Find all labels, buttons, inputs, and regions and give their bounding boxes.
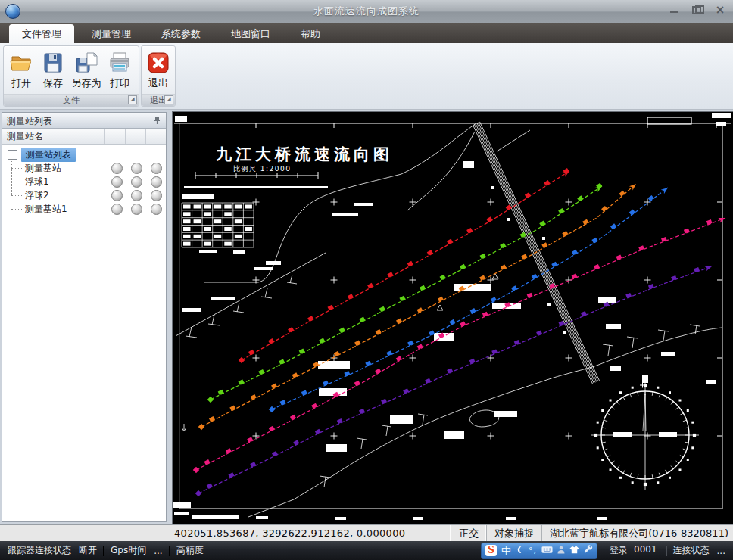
grid-cross bbox=[331, 277, 338, 284]
save-floppy-icon bbox=[41, 51, 65, 75]
close-button[interactable]: × bbox=[715, 5, 725, 14]
grid-cross bbox=[331, 433, 338, 440]
flow-line-purple bbox=[198, 266, 712, 493]
wrench-icon[interactable] bbox=[584, 545, 593, 556]
flow-start-orange bbox=[198, 424, 204, 430]
restore-button[interactable] bbox=[692, 5, 703, 14]
tab-help[interactable]: 帮助 bbox=[288, 24, 333, 43]
keyboard-icon[interactable] bbox=[541, 546, 553, 556]
coordinate-bar: 402051.853687, 3292622.912162, 0.000000 … bbox=[0, 524, 733, 541]
status-sphere bbox=[131, 204, 142, 215]
cad-canvas[interactable]: 九江大桥流速流向图 比例尺 1:2000 bbox=[172, 111, 733, 524]
skin-shirt-icon[interactable] bbox=[569, 546, 579, 556]
tab-measure[interactable]: 测量管理 bbox=[79, 24, 144, 43]
tree-row-station[interactable]: 测量基站 bbox=[2, 161, 166, 175]
grid-cross bbox=[566, 199, 572, 206]
status-sphere bbox=[131, 163, 142, 174]
grid-cross bbox=[331, 199, 338, 206]
flow-start-purple bbox=[195, 490, 201, 496]
grid-cross bbox=[644, 277, 651, 284]
tree-row-station[interactable]: 测量基站1 bbox=[2, 202, 166, 216]
grid-cross bbox=[253, 433, 260, 440]
station-grid-header: 测量站名 bbox=[2, 129, 166, 145]
data-table-grid bbox=[182, 203, 254, 247]
exit-icon bbox=[146, 51, 170, 75]
connection-status-label: 连接状态 bbox=[669, 544, 713, 557]
tree-root-row[interactable]: 测量站列表 bbox=[2, 148, 166, 161]
pin-icon[interactable] bbox=[153, 116, 161, 125]
grid-cross bbox=[253, 355, 260, 362]
moon-icon[interactable] bbox=[516, 546, 524, 556]
tree-root-label[interactable]: 测量站列表 bbox=[21, 148, 76, 162]
tree-row-station[interactable]: 浮球2 bbox=[2, 188, 166, 202]
status-sphere bbox=[111, 176, 123, 188]
user-icon[interactable] bbox=[557, 546, 565, 556]
tab-map-window[interactable]: 地图窗口 bbox=[218, 24, 283, 43]
grid-cross bbox=[410, 199, 416, 206]
save-as-icon bbox=[74, 51, 98, 75]
ribbon-group-exit: 退出 退出 ◢ bbox=[141, 45, 176, 107]
status-sphere bbox=[131, 190, 142, 201]
flow-line-orange bbox=[201, 184, 636, 427]
grid-cross bbox=[566, 433, 572, 440]
flow-arrow-blue bbox=[661, 185, 669, 194]
flow-arrow-purple bbox=[704, 264, 713, 272]
flow-line-green bbox=[211, 186, 602, 400]
osnap-toggle[interactable]: 对象捕捉 bbox=[486, 525, 541, 541]
grid-cross bbox=[644, 355, 651, 362]
flow-start-red bbox=[239, 357, 245, 363]
cad-drawing: 九江大桥流速流向图 比例尺 1:2000 bbox=[173, 112, 733, 524]
minimize-button[interactable] bbox=[669, 5, 680, 14]
status-sphere bbox=[151, 176, 162, 188]
save-button[interactable]: 保存 bbox=[37, 49, 69, 89]
shorelines bbox=[176, 123, 722, 517]
cad-dynamic-layer bbox=[182, 168, 726, 496]
scale-bars bbox=[184, 172, 328, 187]
ribbon: 打开 保存 bbox=[0, 43, 733, 110]
tree-row-station[interactable]: 浮球1 bbox=[2, 175, 166, 188]
exit-button[interactable]: 退出 bbox=[142, 49, 174, 89]
column-header-name[interactable]: 测量站名 bbox=[2, 129, 104, 144]
ime-language-icon[interactable]: 中 bbox=[501, 544, 511, 558]
open-button[interactable]: 打开 bbox=[5, 49, 37, 89]
ortho-toggle[interactable]: 正交 bbox=[451, 525, 486, 541]
grid-cross bbox=[410, 277, 416, 284]
window-title: 水面流速流向成图系统 bbox=[0, 5, 733, 18]
status-bar: 跟踪器连接状态 断开 Gps时间 ... 高精度 S 中 °, bbox=[0, 541, 733, 560]
ime-punctuation-icon[interactable]: °, bbox=[529, 546, 537, 555]
connection-status-value: ... bbox=[713, 546, 729, 556]
column-header-3[interactable] bbox=[145, 129, 166, 144]
login-status: 登录 0001 bbox=[604, 544, 663, 557]
flow-start-blue bbox=[269, 406, 275, 412]
grid-cross bbox=[410, 433, 416, 440]
ribbon-group-file-label: 文件 ◢ bbox=[4, 94, 139, 106]
ime-logo-icon[interactable]: S bbox=[485, 545, 497, 556]
ime-toolbar: S 中 °, bbox=[481, 543, 597, 559]
compass-crosshair bbox=[591, 375, 699, 490]
status-sphere bbox=[111, 190, 123, 201]
column-header-2[interactable] bbox=[125, 129, 145, 144]
grid-cross bbox=[488, 433, 494, 440]
tree-expander-icon[interactable] bbox=[8, 150, 17, 160]
status-sphere bbox=[151, 163, 162, 174]
gps-time-label: Gps时间 bbox=[107, 544, 150, 557]
gps-time-value: ... bbox=[150, 546, 166, 556]
titlebar: 水面流速流向成图系统 × bbox=[0, 0, 733, 23]
status-sphere bbox=[111, 204, 123, 215]
station-panel: 测量站列表 测量站名 测量站列表 bbox=[2, 112, 167, 522]
dialog-launcher-icon[interactable]: ◢ bbox=[128, 95, 137, 104]
tab-system-params[interactable]: 系统参数 bbox=[148, 24, 214, 43]
flow-start-magenta bbox=[193, 467, 199, 473]
dialog-launcher-icon[interactable]: ◢ bbox=[164, 95, 173, 104]
save-as-button[interactable]: 另存为 bbox=[69, 49, 104, 89]
tab-file[interactable]: 文件管理 bbox=[9, 24, 74, 43]
tracker-status-value: 断开 bbox=[75, 544, 101, 557]
app-window: 水面流速流向成图系统 × 文件管理 测量管理 系统参数 地图窗口 帮助 打开 bbox=[0, 0, 733, 560]
station-tree: 测量站列表 测量基站 浮球1 bbox=[2, 145, 166, 216]
drawing-scale-label: 比例尺 1:2000 bbox=[233, 165, 292, 173]
grid-cross bbox=[566, 355, 572, 362]
drawing-title: 九江大桥流速流向图 bbox=[215, 145, 393, 163]
company-label: 湖北蓝宇航标有限公司(0716-8320811) bbox=[541, 525, 733, 541]
print-button[interactable]: 打印 bbox=[104, 49, 136, 89]
column-header-1[interactable] bbox=[104, 129, 125, 144]
